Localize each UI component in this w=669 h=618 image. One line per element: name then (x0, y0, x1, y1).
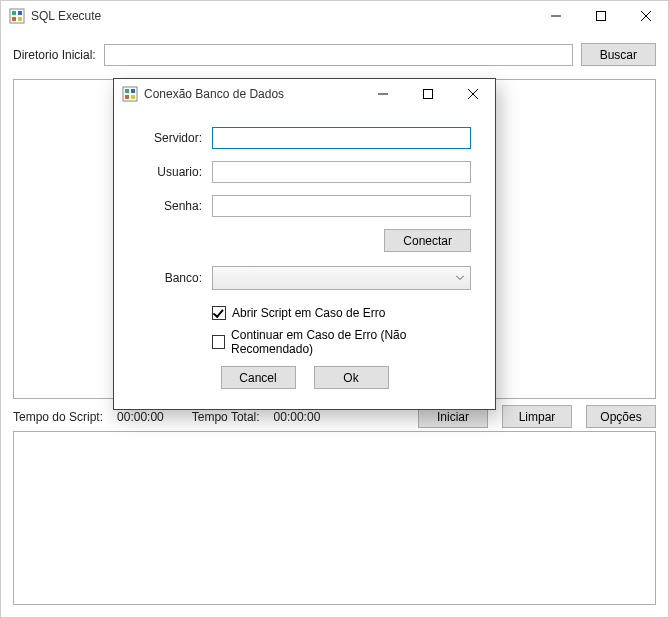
conectar-button[interactable]: Conectar (384, 229, 471, 252)
dialog-icon (122, 86, 138, 102)
svg-rect-10 (125, 89, 129, 93)
connection-dialog: Conexão Banco de Dados Servidor: Usuario… (113, 78, 496, 410)
ok-button[interactable]: Ok (314, 366, 389, 389)
chk-continuar-label: Continuar em Caso de Erro (Não Recomenda… (231, 328, 471, 356)
svg-rect-2 (18, 11, 22, 15)
limpar-button[interactable]: Limpar (502, 405, 572, 428)
minimize-button[interactable] (533, 1, 578, 31)
svg-rect-12 (125, 95, 129, 99)
banco-select[interactable] (212, 266, 471, 290)
banco-row: Banco: (138, 266, 471, 290)
senha-input[interactable] (212, 195, 471, 217)
svg-rect-4 (18, 17, 22, 21)
svg-rect-15 (423, 90, 432, 99)
tempo-total-label: Tempo Total: (192, 410, 260, 424)
tempo-total-value: 00:00:00 (274, 410, 321, 424)
dialog-window-buttons (360, 79, 495, 109)
dialog-checks: Abrir Script em Caso de Erro Continuar e… (212, 306, 471, 356)
main-titlebar: SQL Execute (1, 1, 668, 31)
svg-rect-1 (12, 11, 16, 15)
chevron-down-icon (456, 276, 464, 281)
opcoes-button[interactable]: Opções (586, 405, 656, 428)
usuario-label: Usuario: (138, 165, 202, 179)
senha-row: Senha: (138, 195, 471, 217)
diretorio-row: Diretorio Inicial: Buscar (13, 43, 656, 66)
maximize-button[interactable] (578, 1, 623, 31)
close-button[interactable] (623, 1, 668, 31)
dialog-titlebar: Conexão Banco de Dados (114, 79, 495, 109)
cancel-button[interactable]: Cancel (221, 366, 296, 389)
svg-rect-3 (12, 17, 16, 21)
servidor-label: Servidor: (138, 131, 202, 145)
dialog-title: Conexão Banco de Dados (144, 87, 284, 101)
banco-label: Banco: (138, 271, 202, 285)
dialog-maximize-button[interactable] (405, 79, 450, 109)
tempo-script-label: Tempo do Script: (13, 410, 103, 424)
chk-abrir-label: Abrir Script em Caso de Erro (232, 306, 385, 320)
servidor-input[interactable] (212, 127, 471, 149)
usuario-row: Usuario: (138, 161, 471, 183)
app-icon (9, 8, 25, 24)
svg-rect-6 (596, 12, 605, 21)
dialog-body: Servidor: Usuario: Senha: Conectar Banco… (114, 109, 495, 409)
svg-rect-13 (131, 95, 135, 99)
conectar-row: Conectar (138, 229, 471, 252)
tempo-script-value: 00:00:00 (117, 410, 164, 424)
chk-abrir[interactable]: Abrir Script em Caso de Erro (212, 306, 471, 320)
main-title: SQL Execute (31, 9, 101, 23)
svg-rect-11 (131, 89, 135, 93)
servidor-row: Servidor: (138, 127, 471, 149)
diretorio-label: Diretorio Inicial: (13, 48, 96, 62)
chk-continuar[interactable]: Continuar em Caso de Erro (Não Recomenda… (212, 328, 471, 356)
dialog-minimize-button[interactable] (360, 79, 405, 109)
senha-label: Senha: (138, 199, 202, 213)
buscar-button[interactable]: Buscar (581, 43, 656, 66)
checkbox-icon (212, 335, 225, 349)
diretorio-input[interactable] (104, 44, 573, 66)
main-window-buttons (533, 1, 668, 31)
checkbox-icon (212, 306, 226, 320)
dialog-buttons: Cancel Ok (138, 366, 471, 389)
usuario-input[interactable] (212, 161, 471, 183)
output-panel (13, 431, 656, 605)
dialog-close-button[interactable] (450, 79, 495, 109)
